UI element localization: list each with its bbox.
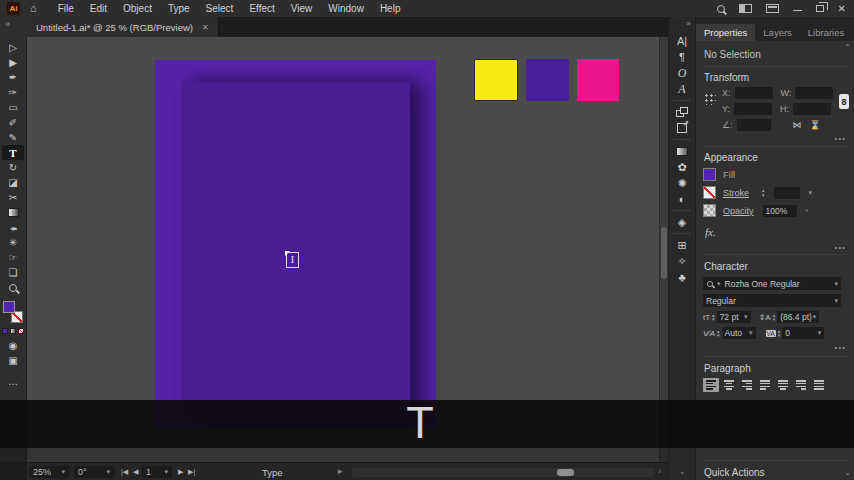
vertical-scrollbar-thumb[interactable] [661,227,667,279]
opacity-label[interactable]: Opacity [723,206,754,216]
stroke-weight-stepper[interactable]: ▴▾ [762,188,765,197]
y-input[interactable] [734,103,772,115]
none-button[interactable] [18,328,24,334]
close-button[interactable]: ✕ [838,4,846,14]
last-artboard-button[interactable]: ▶| [188,468,195,476]
stroke-swatch[interactable] [703,186,716,199]
transform-more-options[interactable]: ••• [835,134,846,143]
stroke-weight-input[interactable] [774,187,800,199]
paragraph-panel-icon[interactable]: ¶ [671,49,693,65]
opacity-swatch[interactable] [703,204,716,217]
menu-window[interactable]: Window [321,0,371,17]
width-input[interactable] [795,87,833,99]
menu-help[interactable]: Help [373,0,408,17]
step-down-icon[interactable]: ▾ [717,333,720,338]
app-logo-icon[interactable]: Ai [7,2,20,15]
x-input[interactable] [735,87,773,99]
horizontal-scrollbar[interactable] [352,468,655,477]
opentype-panel-icon[interactable]: O [671,65,693,81]
paintbrush-tool[interactable]: ✐ [2,115,24,130]
step-down-icon[interactable]: ▾ [773,317,776,322]
curvature-tool[interactable]: ✑ [2,85,24,100]
toolbar-expand-button[interactable]: » [0,17,27,37]
flip-vertical-icon[interactable]: ⌛ [810,120,821,130]
stroke-label[interactable]: Stroke [723,188,749,198]
symbols-panel-icon[interactable]: ♣ [671,269,693,285]
intertwine-panel-icon[interactable]: ✧ [671,253,693,269]
workspace-switcher-icon[interactable] [766,4,779,13]
color-square-yellow[interactable] [474,59,518,101]
scroll-right-icon[interactable]: › [658,466,661,476]
arrange-documents-icon[interactable] [739,4,752,13]
color-panel-icon[interactable]: ✿ [671,159,693,175]
first-artboard-button[interactable]: |◀ [121,468,128,476]
reference-point-locator[interactable] [703,92,716,105]
3d-materials-panel-icon[interactable]: ◈ [671,214,693,230]
restore-button[interactable] [816,5,824,12]
menu-effect[interactable]: Effect [242,0,281,17]
artwork-rectangle[interactable] [155,60,436,428]
align-left-button[interactable] [703,378,719,392]
tab-close-icon[interactable]: ✕ [202,23,209,32]
kerning-select[interactable]: Auto▾ [722,327,756,339]
zoom-tool[interactable] [2,280,24,295]
tracking-stepper[interactable]: ▴▾ [778,329,781,338]
screen-mode-button[interactable]: ▣ [2,353,24,368]
step-down-icon[interactable]: ▾ [778,333,781,338]
selection-tool[interactable]: ▷ [2,40,24,55]
color-button[interactable] [2,328,8,334]
tab-properties[interactable]: Properties [696,24,755,41]
previous-artboard-button[interactable]: ◀ [133,468,138,476]
home-icon[interactable]: ⌂ [30,3,37,14]
type-tool[interactable]: T [2,145,24,160]
rotate-tool[interactable]: ↻ [2,160,24,175]
menu-select[interactable]: Select [199,0,241,17]
font-style-select[interactable]: Regular ▾ [703,294,841,307]
fx-button[interactable]: fx. [705,226,716,238]
artboard[interactable] [182,82,410,418]
tab-layers[interactable]: Layers [755,24,800,41]
menu-view[interactable]: View [284,0,320,17]
export-panel-icon[interactable]: ↗ [671,120,693,136]
step-down-icon[interactable]: ▾ [762,193,765,198]
character-more-options[interactable]: ••• [835,343,846,352]
tracking-select[interactable]: 0▾ [782,327,824,339]
opacity-expand-icon[interactable]: › [806,206,809,215]
font-size-select[interactable]: 72 pt▾ [717,311,751,323]
menu-object[interactable]: Object [116,0,159,17]
hand-tool[interactable]: ☞ [2,250,24,265]
minimize-button[interactable] [793,10,802,12]
justify-all-button[interactable] [811,378,827,392]
pathfinder-panel-icon[interactable] [671,104,693,120]
menu-type[interactable]: Type [161,0,197,17]
document-tab[interactable]: Untitled-1.ai* @ 25 % (RGB/Preview) ✕ [27,17,219,37]
step-down-icon[interactable]: ▾ [712,317,715,322]
direct-selection-tool[interactable]: ▶ [2,55,24,70]
edit-toolbar-button[interactable]: … [2,374,24,389]
leading-stepper[interactable]: ▴▾ [773,313,776,322]
color-square-purple[interactable] [526,59,569,101]
leading-select[interactable]: (86.4 pt)▾ [777,311,819,323]
canvas[interactable]: I [27,37,659,462]
fill-swatch[interactable] [703,168,716,181]
eraser-tool[interactable]: ◪ [2,175,24,190]
height-input[interactable] [793,103,831,115]
artboards-panel-icon[interactable]: ⊞ [671,237,693,253]
vertical-scrollbar[interactable] [659,37,668,462]
panel-scroll-up-icon[interactable]: ⌃ [844,43,851,52]
transparency-panel-icon[interactable]: ◐ [671,191,693,207]
constrain-proportions-toggle[interactable]: 8 [839,94,849,109]
dock-scroll-down-icon[interactable]: ⌄ [679,467,686,476]
pen-tool[interactable]: ✒ [2,70,24,85]
flip-horizontal-icon[interactable]: ⋈ [793,120,802,130]
font-size-stepper[interactable]: ▴▾ [712,313,715,322]
eyedropper-tool[interactable]: ✒ [2,220,24,235]
panel-scroll-down-icon[interactable]: ⌄ [844,468,851,477]
collapse-panels-icon[interactable]: » [687,19,695,28]
fill-stroke-control[interactable] [3,301,23,323]
appearance-more-options[interactable]: ••• [835,243,846,252]
align-right-button[interactable] [739,378,755,392]
color-guide-panel-icon[interactable]: ✺ [671,175,693,191]
horizontal-scrollbar-thumb[interactable] [557,469,574,476]
next-artboard-button[interactable]: ▶ [178,468,183,476]
